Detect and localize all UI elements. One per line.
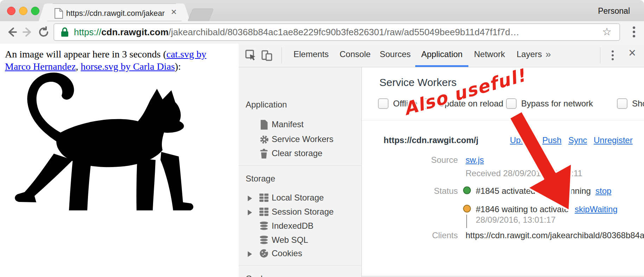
source-received-timestamp: Received 28/09/2016, 13:01:11: [466, 168, 582, 178]
clients-label: Clients: [398, 230, 458, 240]
waiting-status-dot: [463, 205, 471, 213]
bypass-for-network-checkbox[interactable]: [506, 98, 517, 109]
toolbar-divider: [282, 47, 282, 63]
tab-layers[interactable]: Layers: [517, 49, 542, 59]
secure-lock-icon[interactable]: [61, 27, 69, 38]
disclosure-triangle-icon[interactable]: [248, 196, 252, 201]
url-host: cdn.rawgit.com: [101, 27, 169, 37]
sidebar-item-cookies[interactable]: Cookies: [239, 247, 361, 260]
section-storage: Storage: [246, 174, 275, 184]
profile-name[interactable]: Personal: [598, 6, 630, 16]
url-scheme: https://: [74, 27, 101, 37]
url-text[interactable]: https://cdn.rawgit.com/jakearchibald/803…: [74, 27, 591, 38]
fullscreen-window-button[interactable]: [31, 7, 39, 15]
devtools-sidebar: Application Manifest Service Workers Cle…: [239, 67, 362, 277]
titlebar: https://cdn.rawgit.com/jakearc × Persona…: [0, 0, 644, 21]
gear-icon: [259, 134, 270, 147]
cat-silhouette-image: [4, 69, 197, 229]
sidebar-item-service-workers[interactable]: Service Workers: [239, 133, 361, 146]
waiting-timestamp: 28/09/2016, 13:01:17: [476, 215, 556, 225]
reload-button-icon[interactable]: [37, 26, 50, 40]
tab-console[interactable]: Console: [340, 49, 371, 59]
minimize-window-button[interactable]: [19, 7, 27, 15]
status-label: Status: [398, 186, 458, 196]
tab-elements[interactable]: Elements: [293, 49, 329, 59]
page-favicon-icon: [54, 8, 63, 20]
show-checkbox-group[interactable]: Show: [617, 98, 644, 109]
database-icon: [259, 221, 269, 233]
sidebar-item-manifest[interactable]: Manifest: [239, 118, 361, 131]
toolbar-divider: [600, 47, 600, 63]
disclosure-triangle-icon[interactable]: [248, 251, 252, 257]
push-link[interactable]: Push: [542, 135, 562, 145]
offline-checkbox[interactable]: [378, 98, 389, 109]
source-file-link[interactable]: sw.js: [466, 155, 484, 165]
browser-menu-icon[interactable]: [633, 25, 636, 39]
registration-scope: https://cdn.rawgit.com/j: [384, 135, 478, 145]
web-page: An image will appear here in 3 seconds (…: [0, 44, 239, 277]
tab-application[interactable]: Application: [421, 49, 462, 59]
more-tabs-icon[interactable]: »: [545, 49, 551, 60]
browser-toolbar: https://cdn.rawgit.com/jakearchibald/803…: [0, 21, 644, 44]
sidebar-divider: [239, 265, 361, 266]
forward-button-icon: [21, 26, 34, 40]
active-status-dot: [463, 186, 471, 194]
show-checkbox[interactable]: [617, 98, 627, 109]
section-application: Application: [246, 100, 287, 110]
bypass-for-network-checkbox-group[interactable]: Bypass for network: [506, 98, 593, 109]
device-toolbar-icon[interactable]: [261, 49, 273, 63]
tab-title: https://cdn.rawgit.com/jakearc: [66, 9, 165, 18]
sidebar-divider: [239, 165, 361, 166]
client-url: https://cdn.rawgit.com/jakearchibald/803…: [466, 230, 644, 240]
tab-network[interactable]: Network: [474, 49, 505, 59]
tab-sources[interactable]: Sources: [380, 49, 411, 59]
table-icon: [259, 207, 269, 219]
unregister-link[interactable]: Unregister: [594, 135, 633, 145]
close-window-button[interactable]: [7, 7, 15, 15]
section-cache: Cache: [246, 274, 270, 277]
panel-divider: [362, 120, 644, 121]
address-bar[interactable]: https://cdn.rawgit.com/jakearchibald/803…: [53, 23, 620, 41]
url-path: /jakearchibald/80368b84ac1ae8e229fc90b3f…: [169, 27, 519, 37]
browser-window: https://cdn.rawgit.com/jakearc × Persona…: [0, 0, 644, 277]
bookmark-star-icon[interactable]: ☆: [602, 25, 612, 38]
cookie-icon: [259, 248, 269, 260]
back-button-icon[interactable]: [6, 26, 18, 40]
status-connector-line: [466, 215, 467, 228]
table-icon: [259, 193, 269, 205]
sidebar-item-web-sql[interactable]: Web SQL: [239, 234, 361, 247]
source-label: Source: [398, 155, 458, 165]
show-label: Show: [632, 99, 644, 109]
active-tab-underline: [415, 65, 468, 67]
inspect-element-icon[interactable]: [245, 49, 257, 63]
devtools-menu-icon[interactable]: [612, 49, 614, 62]
tab-close-icon[interactable]: ×: [171, 7, 177, 17]
skip-waiting-link[interactable]: skipWaiting: [575, 204, 618, 214]
panel-title: Service Workers: [379, 76, 457, 88]
sidebar-item-session-storage[interactable]: Session Storage: [239, 205, 361, 219]
trash-icon: [259, 148, 269, 161]
sidebar-item-local-storage[interactable]: Local Storage: [239, 191, 361, 205]
stop-link[interactable]: stop: [595, 186, 611, 196]
devtools-toolbar: Elements Console Sources Application Net…: [239, 44, 644, 67]
new-tab-button[interactable]: [187, 8, 214, 22]
document-icon: [259, 119, 269, 132]
devtools-panel: Elements Console Sources Application Net…: [239, 44, 644, 277]
update-link[interactable]: Update: [510, 135, 537, 145]
sidebar-item-clear-storage[interactable]: Clear storage: [239, 147, 361, 160]
database-icon: [259, 235, 269, 247]
sidebar-item-indexeddb[interactable]: IndexedDB: [239, 220, 361, 233]
active-worker-status: #1845 activated and is running: [476, 186, 591, 196]
sync-link[interactable]: Sync: [568, 135, 587, 145]
waiting-worker-status: #1846 waiting to activate: [476, 204, 569, 214]
devtools-close-icon[interactable]: ×: [629, 47, 636, 59]
intro-prefix: An image will appear here in 3 seconds (: [5, 49, 166, 60]
disclosure-triangle-icon[interactable]: [248, 210, 252, 215]
browser-tab[interactable]: https://cdn.rawgit.com/jakearc ×: [46, 4, 183, 21]
bypass-for-network-label: Bypass for network: [521, 99, 593, 109]
